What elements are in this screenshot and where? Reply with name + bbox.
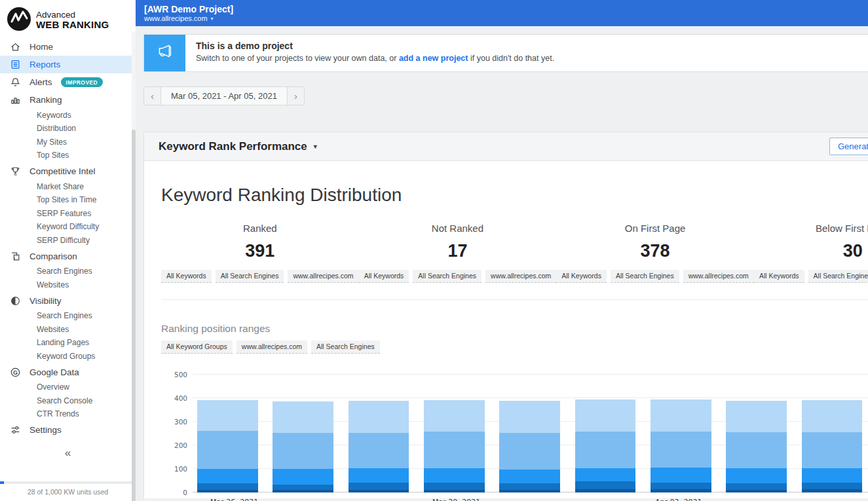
section-divider (161, 299, 868, 300)
stats-row: Ranked391All KeywordsAll Search Enginesw… (161, 223, 868, 283)
sidebar-item-visibility[interactable]: Visibility (0, 292, 136, 310)
sidebar-item-settings[interactable]: Settings (0, 421, 136, 439)
add-new-project-link[interactable]: add a new project (399, 54, 468, 63)
sidebar-item-market-share[interactable]: Market Share (0, 180, 136, 194)
ranking-bars-icon (10, 94, 21, 105)
filter-pill-all-keywords[interactable]: All Keywords (754, 270, 804, 283)
sidebar-item-overview[interactable]: Overview (0, 381, 136, 395)
sidebar-item-top-sites[interactable]: Top Sites (0, 149, 136, 163)
stat-filter-pills: All KeywordsAll Search Engineswww.allrec… (556, 270, 754, 283)
sidebar-item-websites[interactable]: Websites (0, 278, 136, 292)
ranges-heading: Ranking position ranges (161, 323, 868, 335)
ranges-filter-pills: All Keyword Groupswww.allrecipes.comAll … (161, 341, 868, 354)
bar-segment-range-3-bright-blue (424, 468, 485, 483)
sidebar-item-comparison[interactable]: Comparison (0, 248, 136, 265)
sidebar-item-top-sites-in-time[interactable]: Top Sites in Time (0, 194, 136, 208)
stat-ranked: Ranked391All KeywordsAll Search Enginesw… (161, 223, 359, 283)
sidebar-item-label: Websites (37, 325, 69, 334)
sidebar-item-label: SERP Features (37, 209, 91, 218)
filter-pill-all-search-engines[interactable]: All Search Engines (413, 270, 481, 283)
stat-value: 17 (447, 241, 467, 261)
sidebar-item-distribution[interactable]: Distribution (0, 122, 136, 136)
stacked-bar-3 (349, 401, 409, 492)
bar-segment-range-5-top-lightest (651, 399, 711, 432)
trophy-icon (10, 166, 21, 177)
bar-segment-range-3-bright-blue (197, 469, 258, 483)
reports-icon (10, 59, 21, 70)
filter-pill-www-allrecipes-com[interactable]: www.allrecipes.com (485, 270, 556, 283)
bar-segment-range-1-bottom-darkest (726, 490, 787, 492)
chevron-left-icon: ‹ (151, 90, 154, 102)
sidebar-item-search-console[interactable]: Search Console (0, 394, 136, 408)
stat-value: 30 (843, 241, 863, 261)
sidebar-item-keywords[interactable]: Keywords (0, 109, 136, 122)
project-switcher[interactable]: [AWR Demo Project] www.allrecipes.com ▾ (144, 4, 233, 22)
filter-pill-www-allrecipes-com[interactable]: www.allrecipes.com (288, 270, 358, 283)
bar-segment-range-1-bottom-darkest (499, 490, 560, 492)
sidebar-item-search-engines[interactable]: Search Engines (0, 265, 136, 279)
date-range-selector[interactable]: Mar 05, 2021 - Apr 05, 2021 (161, 86, 287, 105)
banner-body-prefix: Switch to one of your projects to view y… (196, 54, 399, 63)
sidebar-collapse-button[interactable]: « (0, 447, 136, 460)
distribution-heading: Keyword Ranking Distribution (161, 185, 868, 206)
chart-x-tick-label: Apr 02, 2021 (655, 498, 702, 501)
stat-on-first-page: On First Page378All KeywordsAll Search E… (556, 223, 754, 283)
sidebar: Advanced WEB RANKING HomeReportsAlertsIM… (0, 0, 136, 501)
generate-pdf-button[interactable]: Generate PDF (830, 138, 868, 155)
bar-segment-range-1-bottom-darkest (651, 489, 711, 492)
svg-text:G: G (13, 369, 18, 375)
filter-pill-all-keywords[interactable]: All Keywords (359, 270, 409, 283)
sidebar-item-search-engines[interactable]: Search Engines (0, 310, 136, 324)
stat-not-ranked: Not Ranked17All KeywordsAll Search Engin… (359, 223, 557, 283)
bar-segment-range-3-bright-blue (499, 470, 560, 483)
sidebar-item-websites[interactable]: Websites (0, 323, 136, 337)
sidebar-item-label: SERP Difficulty (37, 236, 90, 245)
sidebar-item-home[interactable]: Home (0, 38, 136, 56)
stat-below-first-page: Below First Page30All KeywordsAll Search… (754, 223, 868, 283)
sidebar-item-google-data[interactable]: GGoogle Data (0, 363, 136, 381)
filter-pill-www-allrecipes-com[interactable]: www.allrecipes.com (236, 341, 307, 354)
bar-segment-range-4-medium-light-blue (424, 432, 485, 468)
filter-pill-all-search-engines[interactable]: All Search Engines (808, 270, 868, 283)
sidebar-item-reports[interactable]: Reports (0, 56, 136, 73)
sidebar-item-label: Settings (29, 425, 62, 435)
sidebar-item-label: Distribution (37, 124, 76, 133)
bar-segment-range-5-top-lightest (273, 401, 333, 433)
bar-segment-range-2-dark-blue (651, 483, 711, 490)
sidebar-item-keyword-groups[interactable]: Keyword Groups (0, 350, 136, 363)
filter-pill-all-keyword-groups[interactable]: All Keyword Groups (161, 341, 233, 354)
sidebar-item-alerts[interactable]: AlertsIMPROVED (0, 73, 136, 91)
sidebar-item-serp-difficulty[interactable]: SERP Difficulty (0, 234, 136, 248)
sidebar-item-my-sites[interactable]: My Sites (0, 136, 136, 149)
sidebar-item-ranking[interactable]: Ranking (0, 91, 136, 109)
next-date-button[interactable]: › (287, 86, 305, 105)
sidebar-item-serp-features[interactable]: SERP Features (0, 207, 136, 221)
filter-pill-all-search-engines[interactable]: All Search Engines (311, 341, 380, 354)
sidebar-footer: 28 of 1,000 KW units used (0, 481, 136, 501)
sidebar-item-competitive-intel[interactable]: Competitive Intel (0, 162, 136, 180)
bar-segment-range-1-bottom-darkest (424, 490, 485, 492)
bar-segment-range-2-dark-blue (499, 483, 560, 490)
bar-segment-range-1-bottom-darkest (273, 490, 333, 492)
project-caret-down-icon: ▾ (211, 16, 214, 22)
chart-y-tick-label: 300 (162, 418, 187, 426)
filter-pill-all-search-engines[interactable]: All Search Engines (216, 270, 284, 283)
stacked-bar-6 (575, 399, 636, 492)
report-title-dropdown[interactable]: Keyword Rank Performance ▾ (159, 140, 317, 153)
filter-pill-www-allrecipes-com[interactable]: www.allrecipes.com (683, 270, 754, 283)
filter-pill-all-search-engines[interactable]: All Search Engines (611, 270, 679, 283)
settings-sliders-icon (10, 424, 21, 436)
logo-text-line1: Advanced (36, 10, 109, 20)
sidebar-item-keyword-difficulty[interactable]: Keyword Difficulty (0, 221, 136, 234)
bar-segment-range-2-dark-blue (273, 485, 333, 490)
topbar: [AWR Demo Project] www.allrecipes.com ▾ … (136, 0, 868, 26)
sidebar-item-label: Ranking (29, 95, 62, 105)
prev-date-button[interactable]: ‹ (143, 86, 161, 105)
sidebar-item-label: Search Console (37, 396, 92, 405)
sidebar-item-landing-pages[interactable]: Landing Pages (0, 337, 136, 350)
filter-pill-all-keywords[interactable]: All Keywords (556, 270, 607, 283)
comparison-icon (10, 251, 21, 262)
stacked-bar-chart: 0100200300400500 Mar 26, 2021Mar 30, 202… (193, 375, 868, 492)
sidebar-item-ctr-trends[interactable]: CTR Trends (0, 408, 136, 422)
filter-pill-all-keywords[interactable]: All Keywords (161, 270, 212, 283)
